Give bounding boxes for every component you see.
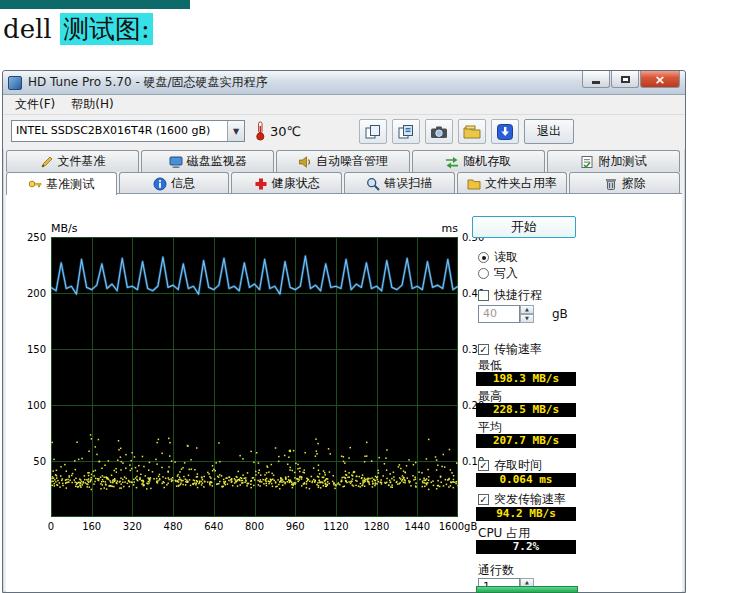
download-update-button[interactable] bbox=[491, 119, 519, 144]
axis-tick-label: 0 bbox=[48, 521, 54, 532]
max-value: 228.5 MB/s bbox=[476, 403, 576, 417]
axis-tick-label: 160 bbox=[82, 521, 101, 532]
menu-file[interactable]: 文件(F) bbox=[7, 94, 63, 115]
side-panel: 开始 读取 写入 快捷行程 40 ▲▼ gB ✓ 传输速率 最低 bbox=[470, 194, 610, 592]
transfer-rate-checkbox[interactable]: ✓ bbox=[478, 344, 489, 355]
copy-image-button[interactable] bbox=[392, 119, 420, 144]
hdtune-window: HD Tune Pro 5.70 - 硬盘/固态硬盘实用程序 × 文件(F) 帮… bbox=[2, 70, 686, 593]
left-axis-unit: MB/s bbox=[51, 222, 77, 235]
chevron-down-icon[interactable]: ▼ bbox=[227, 121, 244, 141]
tab-label: 基准测试 bbox=[46, 176, 94, 193]
maximize-icon bbox=[621, 76, 630, 83]
temperature-value: 30℃ bbox=[270, 124, 301, 139]
burst-rate-checkbox[interactable]: ✓ bbox=[478, 494, 489, 505]
save-export-icon bbox=[463, 124, 481, 140]
tab-label: 错误扫描 bbox=[384, 175, 432, 192]
trash-icon bbox=[604, 177, 618, 191]
short-stroke-label: 快捷行程 bbox=[494, 287, 542, 304]
short-stroke-spin-buttons[interactable]: ▲▼ bbox=[520, 305, 534, 323]
minimize-button[interactable] bbox=[582, 71, 610, 88]
tab-label: 擦除 bbox=[622, 175, 646, 192]
axis-tick-label: 100 bbox=[8, 400, 46, 411]
toolbar: INTEL SSDSC2BX016T4R (1600 gB) ▼ 30℃ bbox=[3, 115, 685, 149]
min-value: 198.3 MB/s bbox=[476, 372, 576, 386]
axis-tick-label: 1440 bbox=[405, 521, 430, 532]
chart-canvas bbox=[51, 237, 458, 517]
thermometer-icon bbox=[255, 121, 266, 141]
tab-folder-usage[interactable]: 文件夹占用率 bbox=[457, 172, 568, 194]
axis-tick-label: 1120 bbox=[323, 521, 348, 532]
short-stroke-value[interactable]: 40 bbox=[478, 305, 520, 323]
tab-label: 自动噪音管理 bbox=[316, 153, 388, 170]
tab-disk-monitor[interactable]: 磁盘监视器 bbox=[141, 150, 274, 172]
short-stroke-checkbox[interactable] bbox=[478, 290, 489, 301]
tab-label: 健康状态 bbox=[272, 175, 320, 192]
write-radio-row[interactable]: 写入 bbox=[478, 265, 518, 282]
transfer-rate-label: 传输速率 bbox=[494, 341, 542, 358]
copy-text-button[interactable] bbox=[359, 119, 387, 144]
health-cross-icon bbox=[254, 177, 268, 191]
tab-auto-acoustic[interactable]: 自动噪音管理 bbox=[276, 150, 409, 172]
axis-tick-label: 480 bbox=[164, 521, 183, 532]
maximize-button[interactable] bbox=[611, 71, 639, 88]
burst-rate-row[interactable]: ✓ 突发传输速率 bbox=[478, 491, 566, 508]
plot-area bbox=[51, 237, 458, 517]
info-icon bbox=[153, 177, 167, 191]
tab-random-access[interactable]: 随机存取 bbox=[412, 150, 545, 172]
burst-rate-value: 94.2 MB/s bbox=[476, 507, 576, 521]
right-axis-unit: ms bbox=[418, 222, 458, 235]
axis-tick-label: 50 bbox=[8, 456, 46, 467]
write-radio-label: 写入 bbox=[494, 265, 518, 282]
short-stroke-spinner[interactable]: 40 ▲▼ bbox=[478, 305, 534, 323]
access-time-value: 0.064 ms bbox=[476, 473, 576, 487]
start-button[interactable]: 开始 bbox=[472, 216, 576, 238]
read-radio-row[interactable]: 读取 bbox=[478, 249, 518, 266]
spin-down-icon[interactable]: ▼ bbox=[520, 314, 534, 323]
tab-erase[interactable]: 擦除 bbox=[569, 172, 680, 194]
axis-tick-label: 250 bbox=[8, 232, 46, 243]
download-icon bbox=[496, 124, 514, 140]
burst-rate-label: 突发传输速率 bbox=[494, 491, 566, 508]
access-time-checkbox[interactable]: ✓ bbox=[478, 460, 489, 471]
window-title: HD Tune Pro 5.70 - 硬盘/固态硬盘实用程序 bbox=[28, 74, 268, 91]
tab-info[interactable]: 信息 bbox=[119, 172, 230, 194]
page-caption: dell 测试图: bbox=[3, 12, 153, 47]
benchmark-content: MB/s ms 501001502002500.100.200.300.400.… bbox=[6, 193, 682, 592]
page-caption-highlight: 测试图: bbox=[60, 13, 153, 45]
menu-help[interactable]: 帮助(H) bbox=[63, 94, 121, 115]
exit-button[interactable]: 退出 bbox=[524, 119, 574, 144]
save-results-button[interactable] bbox=[458, 119, 486, 144]
axis-tick-label: 1280 bbox=[364, 521, 389, 532]
pass-count-label: 通行数 bbox=[478, 562, 514, 579]
axis-tick-label: 200 bbox=[8, 288, 46, 299]
avg-value: 207.7 MB/s bbox=[476, 434, 576, 448]
window-controls: × bbox=[581, 71, 680, 88]
drive-select-value: INTEL SSDSC2BX016T4R (1600 gB) bbox=[12, 121, 227, 141]
tab-error-scan[interactable]: 错误扫描 bbox=[344, 172, 455, 194]
folder-icon bbox=[467, 177, 481, 191]
drive-select[interactable]: INTEL SSDSC2BX016T4R (1600 gB) ▼ bbox=[11, 120, 245, 142]
tab-strip-row2: 基准测试 信息 健康状态 错误扫描 bbox=[6, 172, 682, 194]
progress-bar bbox=[476, 586, 578, 593]
screenshot-button[interactable] bbox=[425, 119, 453, 144]
short-stroke-row[interactable]: 快捷行程 bbox=[478, 287, 542, 304]
access-time-label: 存取时间 bbox=[494, 457, 542, 474]
page-caption-prefix: dell bbox=[3, 14, 60, 44]
magnifier-icon bbox=[366, 177, 380, 191]
tab-file-benchmark[interactable]: 文件基准 bbox=[6, 150, 139, 172]
transfer-rate-row[interactable]: ✓ 传输速率 bbox=[478, 341, 542, 358]
tab-health[interactable]: 健康状态 bbox=[231, 172, 342, 194]
access-time-row[interactable]: ✓ 存取时间 bbox=[478, 457, 542, 474]
titlebar[interactable]: HD Tune Pro 5.70 - 硬盘/固态硬盘实用程序 × bbox=[3, 71, 685, 95]
axis-tick-label: 960 bbox=[286, 521, 305, 532]
tab-label: 文件夹占用率 bbox=[485, 175, 557, 192]
spin-up-icon[interactable]: ▲ bbox=[520, 305, 534, 314]
read-radio[interactable] bbox=[478, 252, 489, 263]
temperature-indicator: 30℃ bbox=[255, 121, 301, 141]
tab-benchmark[interactable]: 基准测试 bbox=[6, 172, 117, 195]
tab-extra-tests[interactable]: 附加测试 bbox=[547, 150, 680, 172]
write-radio[interactable] bbox=[478, 268, 489, 279]
axis-tick-label: 320 bbox=[123, 521, 142, 532]
start-button-label: 开始 bbox=[511, 218, 537, 236]
close-button[interactable]: × bbox=[640, 71, 680, 88]
